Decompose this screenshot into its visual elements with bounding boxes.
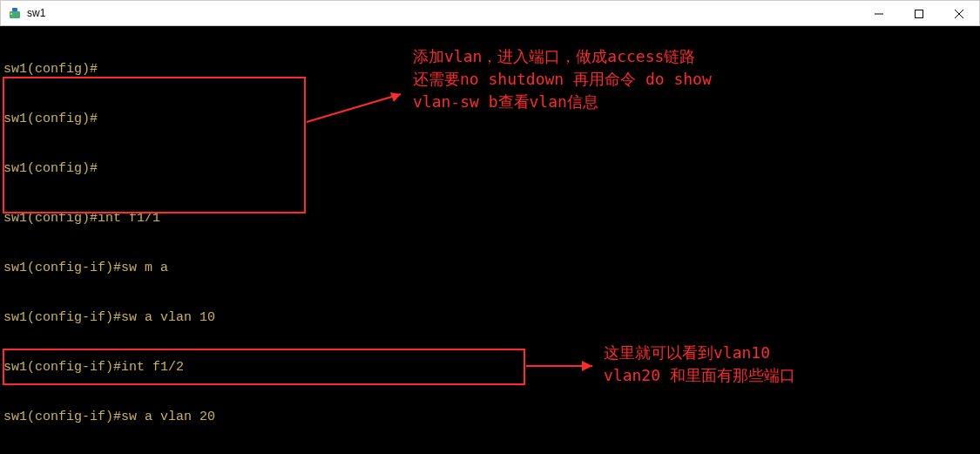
terminal-line: sw1(config-if)#sw a vlan 20 [3,409,977,425]
window-title: sw1 [27,7,45,19]
titlebar[interactable]: sw1 [0,0,980,26]
window-controls [859,1,979,25]
svg-point-2 [10,13,12,15]
maximize-button[interactable] [899,1,939,26]
app-icon [8,6,22,20]
terminal[interactable]: sw1(config)# sw1(config)# sw1(config)# s… [0,26,980,454]
terminal-line: sw1(config)# [3,111,977,127]
svg-rect-1 [12,8,17,11]
terminal-line: sw1(config)#int f1/1 [3,210,977,227]
svg-rect-0 [10,11,20,18]
terminal-line: sw1(config-if)#int f1/2 [3,359,977,376]
close-button[interactable] [939,1,979,26]
svg-rect-4 [916,10,923,17]
minimize-button[interactable] [859,1,899,26]
terminal-line: sw1(config-if)#sw a vlan 10 [3,309,977,326]
terminal-line: sw1(config)# [3,61,977,78]
terminal-line: sw1(config-if)#sw m a [3,260,977,276]
terminal-line: sw1(config)# [3,160,977,177]
